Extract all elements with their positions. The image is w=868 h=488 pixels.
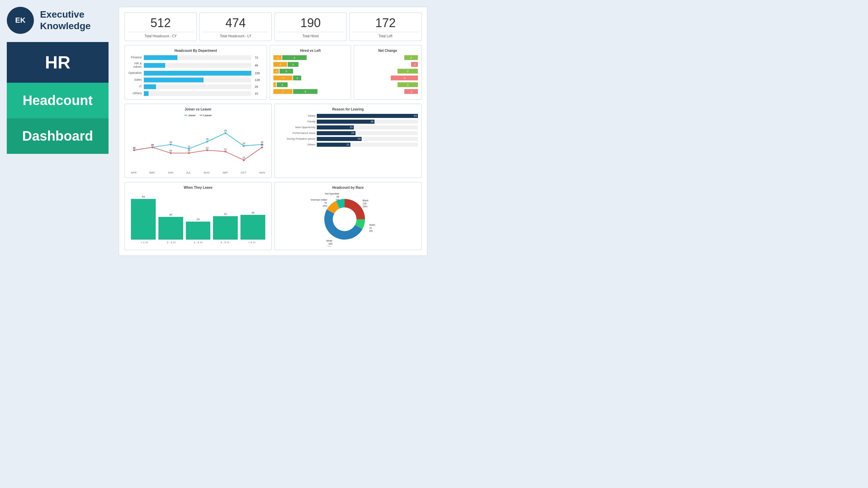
hvl-pos-3: 3 <box>293 76 301 80</box>
charts-row1: Headcount By Department Finance 72 HR &A… <box>124 45 422 100</box>
hvl-row-1: -5 4 <box>273 62 347 67</box>
when-bar-val-4: 33 <box>251 211 254 214</box>
x-label-JUN: JUN <box>168 171 173 174</box>
svg-point-28 <box>243 159 245 161</box>
when-bar-col-3: 31 <box>213 212 238 240</box>
hvl-neg-2: -2 <box>273 69 279 74</box>
when-bar-val-0: 54 <box>142 195 145 198</box>
dept-label-3: Sales <box>128 78 142 82</box>
when-bar-xlabel-1: 2 - 3 Yr <box>158 241 185 244</box>
kpi-label-3: Total Left <box>352 32 419 38</box>
joiner-legend-line <box>185 115 187 116</box>
kpi-value-3: 172 <box>375 17 396 29</box>
title-block-hr: HR <box>7 42 109 83</box>
svg-point-12 <box>243 145 245 147</box>
nc-row-0: 2 <box>358 55 418 60</box>
hvl-pos-2: 5 <box>279 69 293 74</box>
svg-point-4 <box>170 143 172 145</box>
line-chart-legend: Joiner Leaver <box>128 114 268 117</box>
dept-bar-container-2 <box>144 71 251 76</box>
rfr-bar-container-4: 28 <box>317 137 418 141</box>
dept-label-0: Finance <box>128 56 142 59</box>
rfr-val-1: 36 <box>370 120 373 123</box>
headcount-by-race-chart: Headcount by Race Black12825%Asian418%Wh… <box>274 182 422 250</box>
dept-row-5: Others 10 <box>128 91 263 96</box>
nc-bar-1: -1 <box>411 62 418 67</box>
dept-val-5: 10 <box>255 92 263 95</box>
title-block-dashboard: Dashboard <box>7 118 109 154</box>
rfr-bar-1: 36 <box>317 120 374 124</box>
hvl-row-5: -7 9 <box>273 89 347 94</box>
reason-for-leaving-title: Reason for Leaving <box>278 107 418 111</box>
dept-label-4: IT <box>128 85 142 88</box>
dept-row-3: Sales 128 <box>128 78 263 82</box>
hvl-rows: -3 9 -5 4 -2 5 -7 3 -1 4 -7 9 <box>273 55 347 94</box>
kpi-card-3: 172 Total Left <box>349 13 422 41</box>
hvl-row-3: -7 3 <box>273 76 347 80</box>
rfr-val-3: 24 <box>351 131 354 135</box>
rfr-val-0: 63 <box>414 114 417 117</box>
donut-svg: Black12825%Asian418%White25650%American … <box>311 192 385 246</box>
hvl-row-2: -2 5 <box>273 69 347 74</box>
rfr-row-3: Performance Issue 24 <box>278 131 418 135</box>
nc-bar-3: -4 <box>391 76 418 80</box>
dept-bar-container-4 <box>144 84 251 89</box>
svg-text:15: 15 <box>243 157 245 159</box>
dept-bar-2 <box>144 71 251 76</box>
joiner-vs-leaver-chart: Joiner vs Leaver Joiner Leaver 222426232… <box>124 104 272 178</box>
svg-text:22: 22 <box>206 147 209 149</box>
rfr-row-0: Salary 63 <box>278 114 418 118</box>
logo-circle: EK <box>7 7 34 34</box>
rfr-bar-0: 63 <box>317 114 418 118</box>
nc-row-5: -2 <box>358 89 418 94</box>
rfr-bar-container-5: 21 <box>317 143 418 147</box>
when-bar-xlabel-3: 4 - 5 Yr <box>212 241 238 244</box>
rfr-label-5: Others <box>278 143 315 146</box>
rfr-bar-2: 23 <box>317 125 354 129</box>
dept-bar-container-5 <box>144 91 251 96</box>
rfr-row-5: Others 21 <box>278 143 418 147</box>
dept-bar-container-3 <box>144 78 251 82</box>
logo-name-line2: Knowledge <box>40 20 91 32</box>
headcount-by-race-title: Headcount by Race <box>278 186 418 189</box>
x-label-SEP: SEP <box>223 171 228 174</box>
headcount-by-dept-title: Headcount By Department <box>128 49 263 53</box>
nc-bar-5: -2 <box>404 89 418 94</box>
x-axis-labels: APRMAYJUNJULAUGSEPOCTNOV <box>128 171 268 174</box>
hvl-neg-5: -7 <box>273 89 292 94</box>
dept-bar-1 <box>144 63 165 68</box>
nc-row-1: -1 <box>358 62 418 67</box>
dept-row-0: Finance 72 <box>128 55 263 60</box>
when-bar-rect-2 <box>186 222 211 240</box>
reason-for-leaving-chart: Reason for Leaving Salary 63 Family 36 N… <box>274 104 422 178</box>
rfr-label-4: During Probation period <box>278 137 315 140</box>
svg-text:25: 25 <box>243 142 245 145</box>
kpi-value-2: 190 <box>300 17 321 29</box>
x-label-MAY: MAY <box>149 171 155 174</box>
rfr-val-4: 28 <box>358 137 361 140</box>
donut-segment-0 <box>345 199 365 219</box>
net-change-title: Net Change <box>358 49 418 53</box>
when-bar-xlabel-4: > 5 Yr <box>238 241 265 244</box>
dept-row-1: HR &Admin 46 <box>128 62 263 69</box>
when-bar-rect-4 <box>240 215 265 240</box>
svg-point-30 <box>261 146 263 148</box>
rfr-label-2: New Opportunity <box>278 126 315 129</box>
svg-text:26: 26 <box>169 141 172 143</box>
nc-rows: 2-13-43-2 <box>358 55 418 94</box>
dept-val-3: 128 <box>255 78 263 82</box>
when-bar-val-3: 31 <box>224 212 227 216</box>
headcount-by-dept-chart: Headcount By Department Finance 72 HR &A… <box>124 45 267 100</box>
rfr-label-1: Family <box>278 120 315 123</box>
when-bar-col-2: 24 <box>186 218 211 240</box>
dept-label-2: Operation <box>128 72 142 75</box>
svg-point-18 <box>152 146 153 148</box>
when-bar-rect-1 <box>158 217 183 240</box>
joiner-legend-label: Joiner <box>188 114 196 117</box>
svg-point-26 <box>225 150 226 152</box>
rfr-row-2: New Opportunity 23 <box>278 125 418 129</box>
nc-bar-4: 3 <box>398 82 418 87</box>
dept-bar-4 <box>144 84 156 89</box>
x-label-APR: APR <box>131 171 136 174</box>
nc-row-3: -4 <box>358 76 418 80</box>
